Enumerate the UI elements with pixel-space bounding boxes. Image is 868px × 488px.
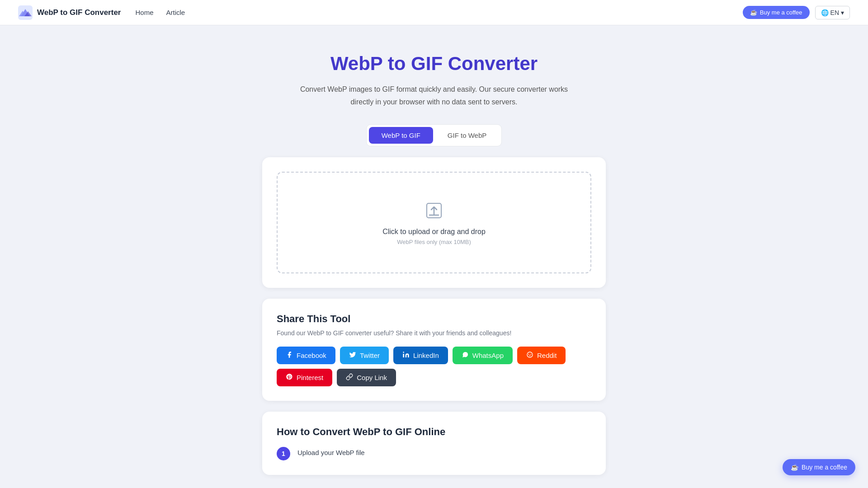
buy-coffee-label: Buy me a coffee — [760, 9, 802, 16]
howto-title: How to Convert WebP to GIF Online — [277, 426, 591, 438]
buy-coffee-button[interactable]: ☕ Buy me a coffee — [743, 6, 810, 19]
facebook-icon — [286, 351, 293, 360]
nav-home[interactable]: Home — [135, 9, 153, 16]
logo-icon — [18, 5, 33, 20]
hero-description: Convert WebP images to GIF format quickl… — [298, 83, 570, 108]
howto-step-1: 1 Upload your WebP file — [277, 447, 591, 460]
nav-article[interactable]: Article — [166, 9, 185, 16]
logo[interactable]: WebP to GIF Converter — [18, 5, 121, 20]
pinterest-icon — [286, 373, 293, 382]
link-icon — [346, 373, 353, 382]
svg-point-5 — [403, 352, 404, 353]
share-description: Found our WebP to GIF converter useful? … — [277, 329, 591, 337]
conversion-tabs: WebP to GIF GIF to WebP — [366, 124, 502, 146]
lang-label: EN — [830, 9, 839, 16]
logo-text: WebP to GIF Converter — [37, 8, 121, 17]
tabs-container: WebP to GIF GIF to WebP — [262, 124, 606, 146]
share-reddit-button[interactable]: Reddit — [517, 347, 566, 364]
share-facebook-button[interactable]: Facebook — [277, 347, 335, 364]
share-twitter-button[interactable]: Twitter — [340, 347, 389, 364]
whatsapp-icon — [462, 351, 469, 360]
upload-icon — [423, 200, 445, 221]
reddit-icon — [526, 351, 533, 360]
main-content: WebP to GIF Converter Convert WebP image… — [253, 25, 615, 488]
floating-coffee-icon: ☕ — [791, 464, 798, 471]
share-whatsapp-button[interactable]: WhatsApp — [453, 347, 513, 364]
linkedin-icon — [402, 351, 410, 360]
twitter-icon — [349, 351, 356, 360]
floating-coffee-label: Buy me a coffee — [802, 464, 847, 471]
step-number-1: 1 — [277, 447, 290, 460]
navbar: WebP to GIF Converter Home Article ☕ Buy… — [0, 0, 868, 25]
language-selector[interactable]: 🌐 EN ▾ — [815, 6, 850, 19]
floating-buy-coffee-button[interactable]: ☕ Buy me a coffee — [783, 459, 855, 475]
hero-section: WebP to GIF Converter Convert WebP image… — [262, 52, 606, 108]
upload-sub-text: WebP files only (max 10MB) — [296, 239, 572, 245]
navbar-right: ☕ Buy me a coffee 🌐 EN ▾ — [743, 6, 850, 19]
howto-section: How to Convert WebP to GIF Online 1 Uplo… — [262, 412, 606, 475]
share-section: Share This Tool Found our WebP to GIF co… — [262, 299, 606, 401]
upload-main-text: Click to upload or drag and drop — [296, 228, 572, 236]
tab-gif-to-webp[interactable]: GIF to WebP — [435, 127, 499, 144]
upload-card: Click to upload or drag and drop WebP fi… — [262, 157, 606, 288]
tab-webp-to-gif[interactable]: WebP to GIF — [369, 127, 433, 144]
navbar-left: WebP to GIF Converter Home Article — [18, 5, 185, 20]
share-pinterest-button[interactable]: Pinterest — [277, 369, 332, 386]
share-buttons: Facebook Twitter LinkedIn WhatsApp — [277, 347, 591, 386]
upload-dropzone[interactable]: Click to upload or drag and drop WebP fi… — [277, 172, 591, 273]
globe-icon: 🌐 — [821, 9, 829, 16]
share-copylink-button[interactable]: Copy Link — [337, 369, 396, 386]
page-title: WebP to GIF Converter — [262, 52, 606, 75]
svg-point-6 — [527, 352, 533, 357]
share-linkedin-button[interactable]: LinkedIn — [393, 347, 448, 364]
coffee-icon: ☕ — [750, 9, 757, 16]
nav-links: Home Article — [135, 9, 185, 16]
chevron-down-icon: ▾ — [841, 9, 844, 16]
step-text-1: Upload your WebP file — [297, 447, 365, 456]
share-title: Share This Tool — [277, 313, 591, 325]
